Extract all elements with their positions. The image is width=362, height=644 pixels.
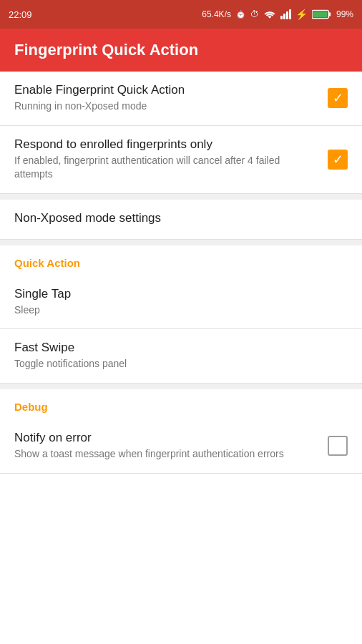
status-icons-area: 65.4K/s ⏰ ⏱ ⚡ 99% [202,9,353,20]
status-time: 22:09 [9,9,32,20]
setting-enable-fingerprint-subtitle: Running in non-Xposed mode [14,99,319,114]
alarm-icon: ⏰ [235,9,246,19]
debug-label: Debug [14,401,48,413]
setting-respond-enrolled-title: Respond to enrolled fingerprints only [14,137,319,152]
battery-percent: 99% [336,9,353,19]
battery-icon [312,9,332,19]
app-bar-title: Fingerprint Quick Action [14,41,198,59]
section-divider-1 [0,194,362,200]
setting-single-tap-text: Single Tap Sleep [14,287,348,318]
setting-non-xposed[interactable]: Non-Xposed mode settings [0,200,362,240]
setting-enable-fingerprint-text: Enable Fingerprint Quick Action Running … [14,83,328,114]
notify-error-checkbox[interactable] [328,436,348,456]
section-divider-2 [0,240,362,245]
status-time-area: 22:09 [9,9,32,20]
svg-rect-2 [313,11,327,17]
checkmark-icon-2: ✓ [333,153,343,166]
app-bar: Fingerprint Quick Action [0,29,362,72]
network-speed: 65.4K/s [202,9,231,19]
wifi-icon [263,9,276,19]
setting-notify-error-text: Notify on error Show a toast message whe… [14,431,328,462]
setting-fast-swipe-subtitle: Toggle notifications panel [14,357,339,371]
setting-notify-error[interactable]: Notify on error Show a toast message whe… [0,419,362,474]
status-bar: 22:09 65.4K/s ⏰ ⏱ ⚡ 99% [0,0,362,29]
setting-notify-error-title: Notify on error [14,431,319,445]
setting-respond-enrolled-subtitle: If enabled, fingerprint authentication w… [14,154,319,182]
setting-enable-fingerprint[interactable]: Enable Fingerprint Quick Action Running … [0,72,362,126]
respond-enrolled-checkbox[interactable]: ✓ [328,150,348,170]
setting-single-tap[interactable]: Single Tap Sleep [0,275,362,330]
clock-icon: ⏱ [250,9,259,19]
setting-fast-swipe-title: Fast Swipe [14,341,339,355]
setting-respond-enrolled-text: Respond to enrolled fingerprints only If… [14,137,328,182]
signal-icon [280,9,291,19]
setting-enable-fingerprint-title: Enable Fingerprint Quick Action [14,83,319,97]
svg-rect-1 [328,12,331,16]
debug-section-header: Debug [0,389,362,419]
setting-single-tap-subtitle: Sleep [14,303,339,318]
setting-respond-enrolled[interactable]: Respond to enrolled fingerprints only If… [0,126,362,194]
section-divider-3 [0,384,362,389]
setting-single-tap-title: Single Tap [14,287,339,301]
setting-non-xposed-text: Non-Xposed mode settings [14,211,348,228]
quick-action-section-header: Quick Action [0,245,362,275]
quick-action-label: Quick Action [14,257,80,269]
charging-icon: ⚡ [295,9,308,20]
setting-non-xposed-title: Non-Xposed mode settings [14,211,339,225]
checkmark-icon: ✓ [333,92,343,104]
enable-fingerprint-checkbox[interactable]: ✓ [328,88,348,108]
settings-content: Enable Fingerprint Quick Action Running … [0,72,362,644]
setting-fast-swipe[interactable]: Fast Swipe Toggle notifications panel [0,329,362,384]
setting-fast-swipe-text: Fast Swipe Toggle notifications panel [14,341,348,371]
setting-notify-error-subtitle: Show a toast message when fingerprint au… [14,447,319,462]
